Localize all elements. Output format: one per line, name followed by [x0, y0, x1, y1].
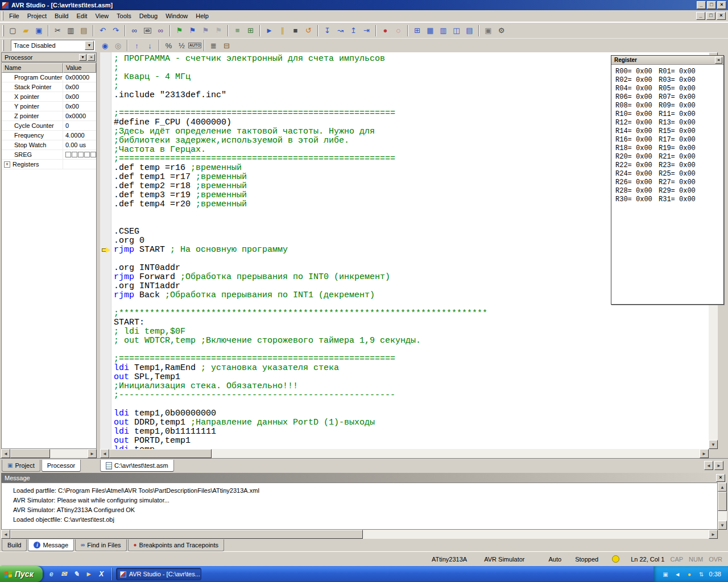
- sreg-flag-checkbox[interactable]: [90, 152, 96, 157]
- mask-percent-button[interactable]: %: [162, 39, 175, 52]
- new-file-button[interactable]: ▢: [6, 24, 19, 37]
- message-close-icon[interactable]: ×: [716, 474, 725, 482]
- build-and-run-button[interactable]: ⊞: [244, 24, 257, 37]
- code-line[interactable]: ; ldi temp,$0F: [114, 327, 709, 336]
- menu-build[interactable]: Build: [51, 11, 72, 21]
- processor-row-value[interactable]: 0x00000: [63, 74, 96, 81]
- tab-message[interactable]: iMessage: [28, 539, 74, 551]
- register-value[interactable]: R01= 0x00: [659, 68, 702, 76]
- scroll-right-icon[interactable]: ►: [700, 449, 709, 458]
- register-value[interactable]: R09= 0x00: [659, 102, 702, 110]
- register-value[interactable]: R28= 0x00: [615, 187, 659, 196]
- io-window-button[interactable]: ◫: [450, 24, 463, 37]
- register-value[interactable]: R03= 0x00: [659, 76, 702, 85]
- register-value[interactable]: R18= 0x00: [615, 144, 659, 153]
- menu-project[interactable]: Project: [23, 11, 51, 21]
- simulator-options-button[interactable]: ⚙: [495, 24, 508, 37]
- close-button[interactable]: ×: [717, 1, 726, 9]
- tab-breakpoints-and-tracepoints[interactable]: ●Breakpoints and Tracepoints: [128, 539, 224, 551]
- find-button[interactable]: ∞: [128, 24, 141, 37]
- column-header-name[interactable]: Name: [2, 63, 63, 73]
- menu-file[interactable]: File: [5, 11, 23, 21]
- register-value[interactable]: R19= 0x00: [659, 144, 702, 153]
- clear-bookmarks-button[interactable]: ⚑: [212, 24, 225, 37]
- code-line[interactable]: ldi Temp1,RamEnd ; установка указателя с…: [114, 364, 709, 373]
- register-value[interactable]: R29= 0x00: [659, 187, 702, 196]
- redo-button[interactable]: ↷: [109, 24, 122, 37]
- step-out-button[interactable]: ↥: [347, 24, 360, 37]
- register-value[interactable]: R21= 0x00: [659, 153, 702, 161]
- taskbar-button-avr-studio[interactable]: AVR Studio - [C:\avr\tes...: [116, 568, 201, 580]
- save-file-button[interactable]: ▣: [32, 24, 46, 37]
- mdi-restore-button[interactable]: □: [706, 12, 715, 20]
- tab-scroll-right-icon[interactable]: ►: [714, 461, 723, 470]
- register-window-button[interactable]: ▦: [424, 24, 437, 37]
- processor-row-value[interactable]: 0.00 us: [63, 142, 96, 148]
- trace-enable-button[interactable]: ◉: [98, 39, 111, 52]
- menu-edit[interactable]: Edit: [72, 11, 91, 21]
- expand-icon[interactable]: +: [4, 161, 10, 168]
- column-header-value[interactable]: Value: [63, 63, 96, 73]
- register-window-titlebar[interactable]: Register ×: [611, 56, 723, 65]
- code-line[interactable]: ;***************************************…: [114, 309, 709, 318]
- antivirus-status-icon[interactable]: ●: [685, 570, 694, 579]
- code-line[interactable]: ;---------------------------------------…: [114, 391, 709, 400]
- previous-bookmark-button[interactable]: ⚑: [199, 24, 212, 37]
- register-value[interactable]: R07= 0x00: [659, 93, 702, 102]
- register-value[interactable]: R20= 0x00: [615, 153, 659, 161]
- register-value[interactable]: R24= 0x00: [615, 170, 659, 178]
- register-value[interactable]: R22= 0x00: [615, 161, 659, 170]
- sreg-flag-checkbox[interactable]: [72, 152, 77, 157]
- internet-explorer-icon[interactable]: e: [47, 569, 56, 579]
- fraction-view-button[interactable]: ½: [175, 39, 188, 52]
- toggle-bookmark-button[interactable]: ⚑: [173, 24, 186, 37]
- scroll-thumb[interactable]: [718, 492, 727, 511]
- paste-button[interactable]: ▤: [77, 24, 90, 37]
- tab-processor[interactable]: Processor: [42, 460, 81, 472]
- scroll-left-icon[interactable]: ◄: [1, 449, 10, 458]
- memory-window-button[interactable]: ▥: [437, 24, 450, 37]
- register-value[interactable]: R23= 0x00: [659, 161, 702, 170]
- scroll-down-icon[interactable]: ▼: [718, 521, 727, 530]
- register-value[interactable]: R13= 0x00: [659, 119, 702, 127]
- next-bookmark-button[interactable]: ⚑: [186, 24, 199, 37]
- register-value[interactable]: R16= 0x00: [615, 136, 659, 144]
- register-value[interactable]: R14= 0x00: [615, 127, 659, 136]
- restore-button[interactable]: □: [707, 1, 716, 9]
- register-value[interactable]: R17= 0x00: [659, 136, 702, 144]
- sreg-flag-checkbox[interactable]: [65, 152, 71, 157]
- editor-margin[interactable]: [100, 52, 111, 449]
- processor-row-value[interactable]: 0x0000: [63, 113, 96, 119]
- code-line[interactable]: out PORTD,temp1: [114, 436, 709, 446]
- register-value[interactable]: R05= 0x00: [659, 85, 702, 93]
- scroll-left-icon[interactable]: ◄: [100, 449, 109, 458]
- code-line[interactable]: START:: [114, 318, 709, 327]
- processor-row-value[interactable]: 0x00: [63, 103, 96, 110]
- mdi-minimize-button[interactable]: _: [696, 12, 705, 20]
- run-button[interactable]: ►: [263, 24, 276, 37]
- break-button[interactable]: ∥: [276, 24, 289, 37]
- undo-button[interactable]: ↶: [96, 24, 109, 37]
- register-value[interactable]: R25= 0x00: [659, 170, 702, 178]
- step-over-button[interactable]: ↝: [334, 24, 347, 37]
- scroll-down-icon[interactable]: ▼: [709, 440, 718, 449]
- chevron-down-icon[interactable]: ▼: [85, 41, 94, 50]
- register-value[interactable]: R12= 0x00: [615, 119, 659, 127]
- register-value[interactable]: R06= 0x00: [615, 93, 659, 102]
- register-value[interactable]: R27= 0x00: [659, 178, 702, 187]
- toggle-breakpoint-button[interactable]: ●: [379, 24, 392, 37]
- scroll-right-icon[interactable]: ►: [709, 530, 718, 539]
- media-player-icon[interactable]: ►: [84, 569, 94, 579]
- auto-step-button[interactable]: AUTO: [188, 39, 201, 52]
- tab-project[interactable]: ▣Project: [2, 460, 40, 472]
- tab-build[interactable]: Build: [2, 539, 27, 551]
- code-line[interactable]: ldi temp1,0b00000000: [114, 409, 709, 418]
- scroll-thumb[interactable]: [10, 449, 50, 458]
- register-value[interactable]: R30= 0x00: [615, 196, 659, 204]
- scroll-up-trace-button[interactable]: ↑: [130, 39, 143, 52]
- replace-button[interactable]: ab: [141, 24, 154, 37]
- register-value[interactable]: R02= 0x00: [615, 76, 659, 85]
- register-value[interactable]: R26= 0x00: [615, 178, 659, 187]
- start-button[interactable]: Пуск: [0, 566, 43, 582]
- stop-debugging-button[interactable]: ■: [289, 24, 302, 37]
